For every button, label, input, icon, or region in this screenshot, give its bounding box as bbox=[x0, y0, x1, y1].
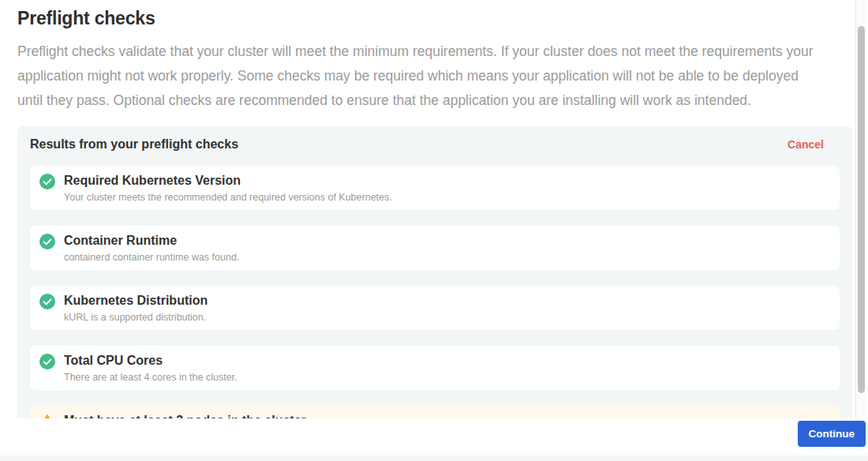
check-row-container-runtime: Container Runtime containerd container r… bbox=[30, 226, 840, 270]
page-title: Preflight checks bbox=[17, 8, 852, 29]
check-message: Your cluster meets the recommended and r… bbox=[64, 192, 392, 204]
panel-title: Results from your preflight checks bbox=[30, 137, 238, 152]
check-title: Kubernetes Distribution bbox=[64, 293, 208, 308]
check-message: kURL is a supported distribution. bbox=[64, 312, 208, 324]
check-title: Total CPU Cores bbox=[64, 353, 238, 368]
preflight-results-panel: Results from your preflight checks Cance… bbox=[17, 126, 852, 418]
bottom-section-divider bbox=[0, 455, 868, 461]
cancel-button[interactable]: Cancel bbox=[788, 138, 824, 151]
check-message: There are at least 4 cores in the cluste… bbox=[64, 372, 238, 384]
check-title: Required Kubernetes Version bbox=[64, 173, 392, 188]
check-row-required-kubernetes-version: Required Kubernetes Version Your cluster… bbox=[30, 166, 840, 210]
check-circle-icon bbox=[39, 174, 55, 189]
check-title: Container Runtime bbox=[64, 233, 239, 248]
scrollbar[interactable] bbox=[855, 0, 866, 418]
scrollbar-thumb[interactable] bbox=[858, 26, 865, 393]
check-row-total-cpu-cores: Total CPU Cores There are at least 4 cor… bbox=[30, 346, 840, 390]
footer-bar: Continue bbox=[0, 418, 868, 455]
panel-header: Results from your preflight checks Cance… bbox=[30, 137, 840, 152]
check-circle-icon bbox=[39, 294, 55, 309]
check-row-node-count: Must have at least 3 nodes in the cluste… bbox=[30, 406, 840, 418]
check-message: containerd container runtime was found. bbox=[64, 252, 239, 264]
page-description: Preflight checks validate that your clus… bbox=[17, 39, 814, 113]
check-circle-icon bbox=[39, 354, 55, 369]
check-row-kubernetes-distribution: Kubernetes Distribution kURL is a suppor… bbox=[30, 286, 840, 330]
preflight-content: Preflight checks Preflight checks valida… bbox=[0, 0, 852, 418]
check-circle-icon bbox=[39, 234, 55, 249]
continue-button[interactable]: Continue bbox=[798, 421, 866, 447]
check-title: Must have at least 3 nodes in the cluste… bbox=[64, 413, 306, 418]
